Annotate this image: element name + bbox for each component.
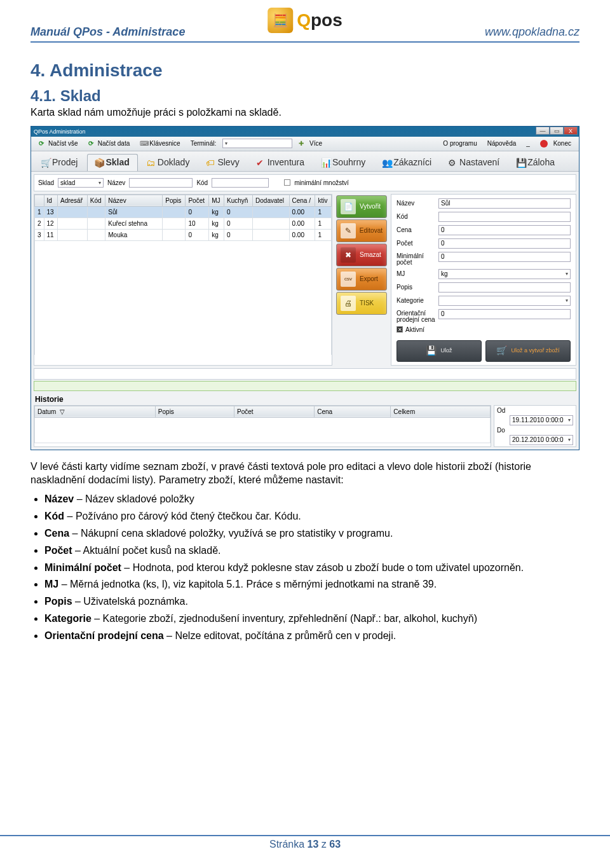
hist-col-cena[interactable]: Cena [315, 406, 391, 417]
list-item: Popis – Uživatelská poznámka. [44, 595, 580, 609]
cena-field[interactable]: 0 [438, 225, 571, 235]
reload-all-button[interactable]: ⟳Načíst vše [35, 139, 82, 149]
list-item: MJ – Měrná jednotka (ks, l), viz kapitol… [44, 578, 580, 591]
table-row[interactable]: 2 12 Kuřecí stehna 10 kg 0 0.00 1 [35, 217, 332, 229]
keyboard-icon: ⌨ [140, 140, 147, 148]
check-icon: ✔ [256, 158, 265, 167]
pocet-field[interactable]: 0 [438, 238, 571, 249]
about-button[interactable]: O programu [439, 139, 480, 148]
hist-col-celkem[interactable]: Celkem [391, 406, 491, 417]
tab-nastaveni[interactable]: ⚙Nastavení [441, 154, 508, 171]
save-create-button[interactable]: 🛒Ulož a vytvoř zboží [485, 340, 571, 362]
col-id[interactable]: Id [44, 195, 57, 206]
orient-field[interactable]: 0 [438, 309, 571, 319]
toolbar: ⟳Načíst vše ⟳Načíst data ⌨Klávesnice Ter… [31, 137, 579, 151]
col-kuchyn[interactable]: Kuchyň [224, 195, 252, 206]
tab-doklady[interactable]: 🗂Doklady [139, 154, 198, 171]
power-icon [540, 140, 548, 148]
page-footer: Stránka 13 z 63 [0, 835, 610, 850]
col-dodavatel[interactable]: Dodavatel [253, 195, 289, 206]
detail-form: Název Sůl Kód Cena 0 Počet 0 Minimální p… [391, 194, 576, 366]
kategorie-select[interactable] [438, 296, 571, 306]
kod-label: Kód [396, 212, 436, 222]
delete-button[interactable]: ✖ Smazat [336, 244, 387, 266]
min-qty-label: minimální množství [294, 179, 349, 186]
logo-letter-q: Q [297, 10, 311, 30]
main-tabs: 🛒Prodej 📦Sklad 🗂Doklady 🏷Slevy ✔Inventur… [31, 151, 579, 172]
logo-icon: 🧮 [268, 8, 293, 33]
delete-icon: ✖ [341, 247, 356, 263]
col-kod[interactable]: Kód [87, 195, 105, 206]
tab-sklad[interactable]: 📦Sklad [87, 154, 137, 171]
refresh-icon: ⟳ [39, 140, 46, 148]
more-button[interactable]: ✚ Více [295, 139, 326, 148]
export-button[interactable]: csv Export [336, 268, 387, 291]
do-datepicker[interactable]: 20.12.2010 0:00:0 [510, 435, 573, 445]
min-qty-checkbox[interactable] [284, 179, 290, 186]
users-icon: 👥 [382, 158, 391, 167]
toolbar-underscore[interactable]: _ [522, 139, 534, 148]
od-label: Od [497, 407, 510, 414]
hist-col-datum[interactable]: Datum ▽ [35, 406, 156, 417]
print-button[interactable]: 🖨 TISK [336, 292, 387, 315]
hist-col-pocet[interactable]: Počet [234, 406, 315, 417]
chart-icon: 📊 [321, 158, 330, 167]
col-nazev[interactable]: Název [105, 195, 163, 206]
col-cena[interactable]: Cena / [289, 195, 315, 206]
window-restore-button[interactable]: ▭ [550, 127, 564, 135]
table-row[interactable]: 1 13 Sůl 0 kg 0 0.00 1 [35, 206, 332, 217]
aktivni-label: Aktivní [405, 326, 424, 333]
save-button[interactable]: 💾Ulož [396, 340, 482, 362]
minpocet-field[interactable]: 0 [438, 252, 571, 262]
keyboard-button[interactable]: ⌨Klávesnice [136, 139, 184, 149]
table-row[interactable]: 3 11 Mouka 0 kg 0 0.00 1 [35, 229, 332, 240]
pencil-icon: ✎ [341, 223, 356, 238]
heading-section: 4.1. Sklad [30, 87, 580, 105]
history-title: Historie [35, 395, 576, 404]
window-title: QPos Administration [34, 128, 86, 135]
tab-slevy[interactable]: 🏷Slevy [199, 154, 247, 171]
hist-col-popis[interactable]: Popis [155, 406, 234, 417]
plus-icon: ✚ [299, 140, 304, 147]
col-mj[interactable]: MJ [209, 195, 224, 206]
cena-label: Cena [396, 225, 436, 235]
window-close-button[interactable]: X [564, 127, 578, 135]
list-item: Počet – Aktuální počet kusů na skladě. [44, 544, 580, 558]
gear-icon: ⚙ [448, 158, 457, 167]
mj-select[interactable]: kg [438, 269, 571, 279]
tab-zakaznici[interactable]: 👥Zákazníci [375, 154, 440, 171]
sklad-label: Sklad [38, 179, 54, 186]
logo-rest: pos [311, 10, 342, 30]
spacer-strip [34, 368, 576, 380]
kod-filter-input[interactable] [212, 178, 269, 188]
nazev-field[interactable]: Sůl [438, 198, 571, 209]
mj-label: MJ [396, 269, 436, 279]
help-button[interactable]: Nápověda [484, 139, 520, 148]
tab-inventura[interactable]: ✔Inventura [249, 154, 313, 171]
tab-souhrny[interactable]: 📊Souhrny [314, 154, 374, 171]
save-icon: 💾 [426, 346, 437, 355]
tab-prodej[interactable]: 🛒Prodej [34, 154, 86, 171]
orient-label: Orientační prodejní cena [396, 309, 436, 323]
kod-field[interactable] [438, 212, 571, 222]
col-popis[interactable]: Popis [163, 195, 186, 206]
reload-data-button[interactable]: ⟳Načíst data [85, 139, 134, 149]
col-pocet[interactable]: Počet [186, 195, 209, 206]
popis-field[interactable] [438, 282, 571, 293]
od-datepicker[interactable]: 19.11.2010 0:00:0 [510, 415, 573, 425]
create-button[interactable]: 📄 Vytvořit [336, 195, 387, 218]
window-minimize-button[interactable]: — [536, 127, 550, 135]
exit-button[interactable]: Konec [536, 139, 575, 149]
nazev-filter-input[interactable] [129, 178, 193, 188]
kod-filter-label: Kód [196, 179, 208, 186]
brand-logo: 🧮 Qpos [268, 8, 342, 33]
edit-button[interactable]: ✎ Editovat [336, 219, 387, 242]
terminal-select[interactable] [222, 139, 292, 148]
sklad-select[interactable]: sklad [58, 178, 104, 188]
tab-zaloha[interactable]: 💾Záloha [509, 154, 563, 171]
aktivni-checkbox[interactable]: ✕ [396, 326, 403, 333]
col-adresar[interactable]: Adresář [57, 195, 87, 206]
popis-label: Popis [396, 282, 436, 293]
col-ktiv[interactable]: ktiv [315, 195, 332, 206]
history-table: Datum ▽ Popis Počet Cena Celkem [34, 406, 491, 443]
